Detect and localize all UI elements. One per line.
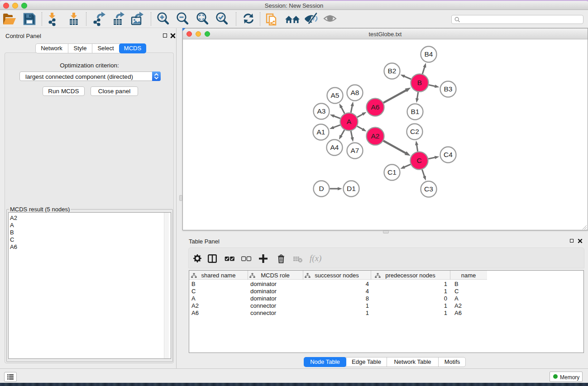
- svg-text:A4: A4: [330, 143, 339, 151]
- svg-text:A8: A8: [351, 89, 359, 96]
- svg-text:B1: B1: [411, 108, 420, 115]
- svg-text:A6: A6: [371, 103, 380, 111]
- svg-text:C1: C1: [387, 168, 397, 176]
- svg-text:C: C: [416, 157, 421, 164]
- svg-text:A2: A2: [371, 132, 380, 140]
- svg-text:B: B: [417, 79, 422, 86]
- svg-text:B2: B2: [388, 67, 397, 75]
- svg-text:A3: A3: [317, 107, 326, 115]
- svg-text:C4: C4: [444, 151, 453, 158]
- svg-text:B3: B3: [444, 85, 453, 93]
- svg-text:C2: C2: [410, 128, 419, 135]
- svg-text:D: D: [319, 185, 324, 192]
- svg-text:A1: A1: [317, 128, 325, 136]
- svg-text:A7: A7: [351, 147, 359, 154]
- svg-text:B4: B4: [425, 50, 433, 58]
- svg-text:C3: C3: [424, 185, 433, 193]
- svg-text:D1: D1: [347, 185, 356, 192]
- svg-text:A5: A5: [331, 91, 339, 99]
- svg-text:A: A: [347, 118, 352, 125]
